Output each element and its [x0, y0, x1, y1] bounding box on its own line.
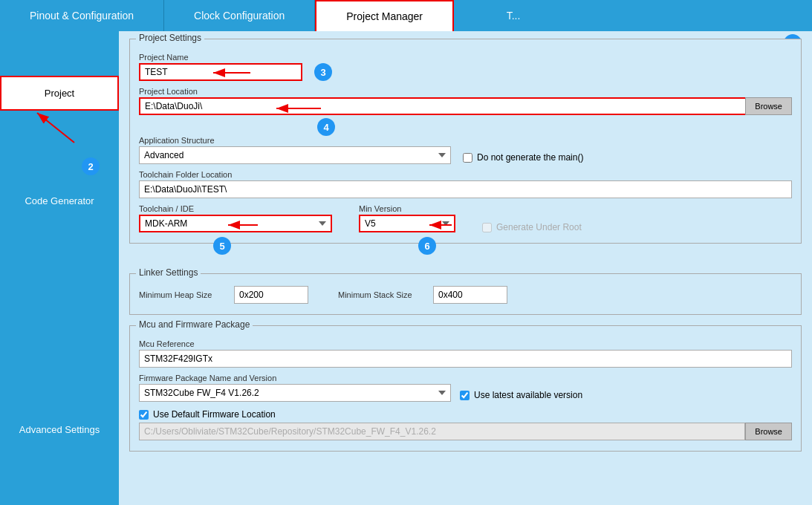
tab-bar: Pinout & Configuration Clock Configurati… [0, 0, 812, 31]
toolchain-ide-label: Toolchain / IDE [139, 204, 332, 213]
annotation-5: 5 [213, 237, 231, 255]
sidebar: 2 Project Code Generator Advanced Settin… [0, 31, 119, 505]
arrow-3 [191, 62, 265, 84]
min-version-label: Min Version [359, 204, 455, 213]
min-stack-input[interactable] [433, 286, 507, 304]
use-latest-checkbox[interactable] [460, 391, 470, 400]
arrow-minver [418, 215, 463, 235]
firmware-browse-button[interactable]: Browse [745, 423, 792, 440]
mcu-firmware-title: Mcu and Firmware Package [136, 319, 253, 330]
linker-fields-row: Minimum Heap Size Minimum Stack Size [139, 286, 792, 304]
do-not-generate-main-label: Do not generate the main() [477, 152, 583, 163]
generate-under-root-row: Generate Under Root [482, 222, 582, 232]
min-heap-input[interactable] [234, 286, 308, 304]
toolchain-folder-input[interactable] [139, 180, 792, 198]
use-default-location-checkbox[interactable] [139, 410, 149, 420]
firmware-package-label: Firmware Package Name and Version [139, 374, 792, 382]
sidebar-item-project[interactable]: Project [0, 76, 119, 111]
annotation-4: 4 [317, 118, 335, 136]
project-location-label: Project Location [139, 87, 792, 96]
use-default-location-row: Use Default Firmware Location [139, 409, 792, 420]
min-stack-field: Minimum Stack Size [338, 286, 507, 304]
use-default-location-label: Use Default Firmware Location [153, 409, 276, 420]
mcu-reference-input[interactable] [139, 350, 792, 368]
toolchain-folder-label: Toolchain Folder Location [139, 170, 792, 179]
firmware-package-select[interactable]: STM32Cube FW_F4 V1.26.2 [139, 384, 451, 402]
project-location-browse-button[interactable]: Browse [745, 97, 792, 115]
app-structure-label: Application Structure [139, 136, 792, 145]
generate-under-root-label: Generate Under Root [496, 222, 582, 232]
app-structure-select[interactable]: Advanced Basic [139, 146, 451, 164]
tab-pinout[interactable]: Pinout & Configuration [0, 0, 164, 31]
use-latest-label: Use latest available version [474, 390, 582, 400]
annotation-3: 3 [314, 63, 332, 81]
use-latest-row: Use latest available version [460, 390, 582, 400]
mcu-reference-label: Mcu Reference [139, 339, 792, 348]
min-heap-field: Minimum Heap Size [139, 286, 308, 304]
project-name-label: Project Name [139, 53, 792, 62]
do-not-generate-main-checkbox[interactable] [463, 153, 472, 163]
content-area: 1 Project Settings Project Name 3 [119, 31, 812, 505]
tab-clock[interactable]: Clock Configuration [164, 0, 315, 31]
min-stack-label: Minimum Stack Size [338, 290, 427, 299]
linker-settings-section: Linker Settings Minimum Heap Size Minimu… [129, 273, 802, 315]
sidebar-item-code-generator[interactable]: Code Generator [0, 185, 119, 217]
firmware-path-input [139, 423, 745, 440]
do-not-generate-main-row: Do not generate the main() [463, 152, 583, 163]
annotation-6: 6 [418, 237, 436, 255]
linker-settings-title: Linker Settings [136, 267, 201, 278]
project-settings-title: Project Settings [136, 33, 204, 43]
main-layout: 2 Project Code Generator Advanced Settin… [0, 31, 812, 505]
arrow-location [258, 97, 332, 120]
tab-tools[interactable]: T... [454, 0, 573, 31]
min-heap-label: Minimum Heap Size [139, 290, 228, 299]
project-location-input[interactable] [139, 97, 745, 115]
arrow-toolchain [213, 215, 273, 235]
sidebar-item-advanced-settings[interactable]: Advanced Settings [0, 414, 119, 446]
annotation-2: 2 [82, 157, 100, 175]
generate-under-root-checkbox[interactable] [482, 223, 492, 232]
project-settings-section: Project Settings Project Name 3 Project … [129, 39, 802, 244]
tab-project-manager[interactable]: Project Manager [315, 0, 454, 31]
mcu-firmware-section: Mcu and Firmware Package Mcu Reference F… [129, 325, 802, 452]
